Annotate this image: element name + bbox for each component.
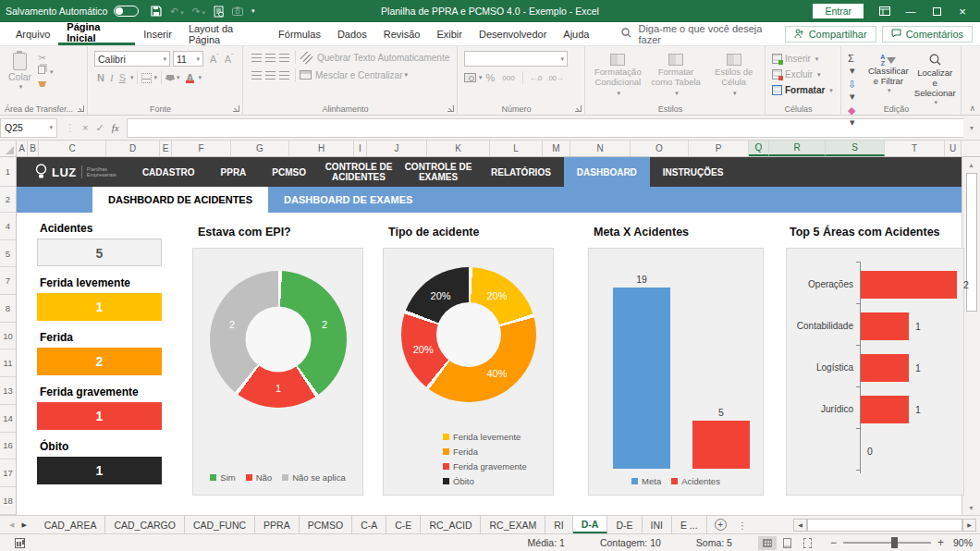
subnav-tab-dashboard-de-exames[interactable]: DASHBOARD DE EXAMES	[268, 187, 428, 213]
font-name-select[interactable]: Calibri▾	[94, 51, 170, 67]
chart-panel-top5-areas[interactable]: Operações2Contabilidade1Logística1Jurídi…	[786, 248, 964, 496]
horizontal-scrollbar[interactable]: ◀ ▶	[793, 516, 980, 533]
name-box[interactable]: Q25▾	[0, 118, 57, 138]
page-layout-view-button[interactable]	[778, 536, 797, 550]
share-button[interactable]: Compartilhar	[785, 26, 876, 43]
row-header-7[interactable]: 7	[0, 267, 16, 295]
select-all-corner[interactable]	[0, 141, 17, 156]
chart-panel-epi[interactable]: 212SimNãoNão se aplica	[192, 248, 363, 496]
insert-function-icon[interactable]: fx	[112, 122, 119, 133]
scroll-left-icon[interactable]: ◀	[793, 519, 807, 532]
row-header-1[interactable]: 1	[0, 157, 16, 187]
next-sheet-icon[interactable]: ▶	[21, 521, 26, 529]
align-middle-icon[interactable]	[265, 54, 276, 62]
column-header-f[interactable]: F	[172, 141, 231, 156]
merge-center-button[interactable]: Mesclar e Centralizar	[315, 70, 402, 80]
close-button[interactable]: ×	[950, 0, 974, 22]
autosave-toggle[interactable]	[114, 6, 139, 17]
accounting-format-icon[interactable]	[464, 73, 476, 82]
ribbon-tab-arquivo[interactable]: Arquivo	[7, 22, 58, 45]
ribbon-tab-ajuda[interactable]: Ajuda	[555, 22, 597, 45]
sheet-tab-c-a[interactable]: C-A	[352, 516, 386, 533]
column-header-s[interactable]: S	[826, 141, 885, 156]
macro-record-icon[interactable]	[15, 538, 25, 548]
normal-view-button[interactable]	[758, 536, 777, 550]
decrease-decimal-icon[interactable]: .00→	[547, 74, 563, 82]
ribbon-tab-inserir[interactable]: Inserir	[135, 22, 180, 45]
align-top-icon[interactable]	[251, 54, 262, 62]
orientation-icon[interactable]	[300, 51, 312, 64]
column-header-c[interactable]: C	[39, 141, 106, 156]
redo-icon[interactable]: ↷▾	[192, 6, 205, 17]
kpi-value-acidentes[interactable]: 5	[37, 239, 162, 266]
cell-styles-button[interactable]: Estilos de Célula▾	[707, 54, 760, 101]
sheet-tab-rc-exam[interactable]: RC_EXAM	[481, 516, 545, 533]
chart-panel-meta-acidentes[interactable]: 195MetaAcidentes	[588, 248, 764, 496]
row-header-11[interactable]: 11	[0, 349, 16, 377]
font-dialog-launcher[interactable]	[233, 105, 239, 112]
collapse-ribbon-icon[interactable]: ∧	[969, 104, 975, 113]
column-header-p[interactable]: P	[689, 141, 749, 156]
ribbon-tab-pagina-inicial[interactable]: Página Inicial	[58, 22, 135, 45]
sheet-tab-c-e[interactable]: C-E	[386, 516, 421, 533]
nav-item-controle-de-exames[interactable]: CONTROLE DE EXAMES	[398, 157, 478, 187]
sheet-tab-cad-cargo[interactable]: CAD_CARGO	[105, 516, 185, 533]
scroll-down-icon[interactable]: ▼	[962, 500, 980, 515]
sheet-tab-d-e[interactable]: D-E	[607, 516, 642, 533]
column-header-q[interactable]: Q	[749, 141, 769, 156]
percent-style-button[interactable]: %	[486, 72, 496, 83]
format-cells-button[interactable]: Formatar▾	[772, 82, 836, 98]
column-header-l[interactable]: L	[490, 141, 543, 156]
kpi-value-ferida-gravemente[interactable]: 1	[37, 402, 162, 430]
horizontal-scroll-track[interactable]	[807, 519, 962, 532]
column-header-n[interactable]: N	[570, 141, 631, 156]
nav-item-relatorios[interactable]: RELATÓRIOS	[478, 157, 564, 187]
row-header-13[interactable]: 13	[0, 377, 16, 405]
prev-sheet-icon[interactable]: ◀	[9, 521, 14, 529]
vertical-scrollbar[interactable]: ▲ ▼	[962, 157, 980, 515]
wrap-text-button[interactable]: Quebrar Texto Automaticamente	[317, 53, 449, 63]
format-painter-icon[interactable]	[38, 80, 53, 89]
clipboard-dialog-launcher[interactable]	[78, 105, 84, 112]
comma-style-button[interactable]: 000	[502, 74, 514, 82]
ribbon-tab-dados[interactable]: Dados	[329, 22, 375, 45]
zoom-level[interactable]: 90%	[953, 537, 973, 548]
sheet-tab-rc-acid[interactable]: RC_ACID	[421, 516, 481, 533]
sheet-tab-ini[interactable]: INI	[643, 516, 672, 533]
nav-item-pcmso[interactable]: PCMSO	[259, 157, 319, 187]
align-left-icon[interactable]	[251, 71, 262, 80]
alignment-dialog-launcher[interactable]	[447, 105, 454, 112]
zoom-slider[interactable]	[843, 542, 931, 544]
shrink-font-button[interactable]: Aˇ	[222, 53, 237, 65]
column-header-b[interactable]: B	[28, 141, 39, 156]
row-header-5[interactable]: 5	[0, 240, 16, 268]
sheet-tab-ri[interactable]: RI	[545, 516, 573, 533]
minimize-button[interactable]: —	[899, 0, 923, 22]
cut-icon[interactable]: ✂	[38, 54, 53, 63]
kpi-value-ferida[interactable]: 2	[37, 348, 162, 375]
font-size-select[interactable]: 11▾	[173, 51, 203, 67]
scroll-right-icon[interactable]: ▶	[962, 519, 976, 532]
column-header-a[interactable]: A	[17, 141, 28, 156]
insert-cells-button[interactable]: Inserir▾	[772, 51, 836, 67]
nav-item-cadastro[interactable]: CADASTRO	[129, 157, 208, 187]
column-header-o[interactable]: O	[631, 141, 689, 156]
ribbon-tab-exibir[interactable]: Exibir	[428, 22, 471, 45]
format-as-table-button[interactable]: Formatar como Tabela▾	[650, 54, 703, 101]
paste-button[interactable]: Colar▾	[8, 53, 31, 91]
column-header-g[interactable]: G	[231, 141, 289, 156]
camera-icon[interactable]	[232, 6, 243, 16]
column-header-t[interactable]: T	[885, 141, 945, 156]
sign-in-button[interactable]: Entrar	[813, 4, 864, 18]
undo-icon[interactable]: ↶▾	[170, 6, 183, 17]
column-header-e[interactable]: E	[160, 141, 172, 156]
document-check-icon[interactable]	[214, 6, 224, 18]
nav-item-instrucoes[interactable]: INSTRUÇÕES	[650, 157, 737, 187]
cancel-formula-icon[interactable]: ×	[82, 122, 88, 133]
row-header-16[interactable]: 16	[0, 433, 16, 460]
number-dialog-launcher[interactable]	[575, 105, 582, 112]
sort-filter-button[interactable]: AZ Classificar e Filtrar▾	[867, 54, 909, 101]
row-header-2[interactable]: 2	[0, 187, 16, 213]
autosum-icon[interactable]: Σ ▾	[848, 53, 863, 77]
font-color-icon[interactable]: A	[184, 72, 197, 83]
